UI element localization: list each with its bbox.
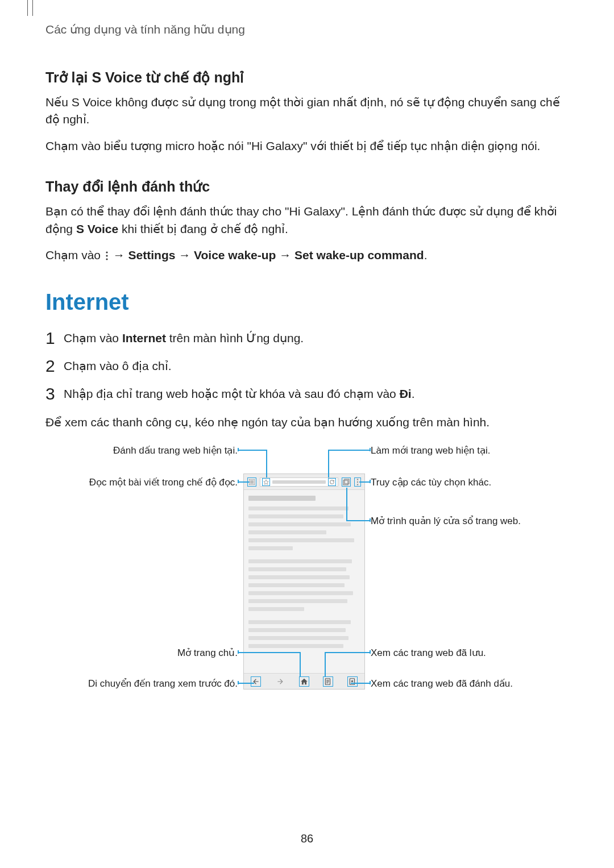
svg-point-10	[357, 481, 358, 483]
lead-line	[325, 652, 326, 677]
text: Chạm vào	[45, 248, 104, 261]
text: Nhập địa chỉ trang web hoặc một từ khóa …	[64, 387, 400, 400]
lead-line	[351, 683, 371, 684]
svg-rect-8	[345, 479, 349, 484]
lead-line	[238, 652, 300, 653]
text-bold: Internet	[122, 331, 166, 344]
browser-navbar	[244, 673, 364, 689]
text: .	[412, 387, 415, 400]
text-bold: Set wake-up command	[294, 248, 424, 261]
url-text-blur	[272, 480, 326, 484]
text-bold: Đi	[400, 387, 412, 400]
bookmark-star-icon	[262, 478, 270, 486]
text: Chạm vào	[64, 331, 122, 344]
saved-pages-icon	[323, 676, 333, 687]
lead-line	[325, 652, 371, 653]
lead-line	[300, 652, 301, 677]
svg-point-0	[106, 252, 107, 254]
lead-line	[238, 683, 254, 684]
text: →	[110, 248, 128, 261]
svg-point-2	[106, 259, 107, 260]
lead-line	[359, 481, 371, 483]
text: khi thiết bị đang ở chế độ nghỉ.	[118, 222, 288, 235]
heading-resume-svoice: Trở lại S Voice từ chế độ nghỉ	[45, 69, 569, 86]
more-options-icon	[105, 251, 109, 260]
text: →	[175, 248, 194, 261]
window-manager-icon	[342, 477, 351, 487]
callout-refresh: Làm mới trang web hiện tại.	[371, 445, 490, 456]
callout-more-options: Truy cập các tùy chọn khác.	[371, 476, 491, 488]
page-tab-mark	[27, 0, 33, 16]
lead-line	[346, 520, 371, 521]
svg-rect-7	[343, 480, 348, 485]
lead-line	[266, 450, 267, 477]
list-item: Chạm vào Internet trên màn hình Ứng dụng…	[45, 330, 569, 346]
callout-window-manager: Mở trình quản lý cửa sổ trang web.	[371, 515, 521, 527]
bookmarks-list-icon	[347, 676, 358, 687]
paragraph: Để xem các thanh công cụ, kéo nhẹ ngón t…	[45, 414, 569, 431]
paragraph: Bạn có thể thay đổi lệnh đánh thức thay …	[45, 203, 569, 238]
text-bold: S Voice	[76, 222, 118, 235]
text: →	[276, 248, 294, 261]
paragraph: Nếu S Voice không được sử dụng trong một…	[45, 94, 569, 128]
callout-bookmarks: Xem các trang web đã đánh dấu.	[371, 678, 513, 690]
forward-arrow-icon	[275, 676, 285, 687]
lead-line	[328, 450, 329, 477]
lead-line	[238, 481, 250, 483]
lead-line	[238, 450, 266, 451]
list-item: Nhập địa chỉ trang web hoặc một từ khóa …	[45, 385, 569, 402]
callout-open-home: Mở trang chủ.	[45, 647, 238, 659]
svg-point-9	[357, 479, 358, 480]
page-number: 86	[0, 832, 614, 845]
back-arrow-icon	[251, 676, 261, 687]
callout-reader-mode: Đọc một bài viết trong chế độ đọc.	[45, 476, 238, 488]
refresh-icon	[328, 478, 336, 486]
heading-internet: Internet	[45, 289, 569, 315]
text: .	[424, 248, 428, 261]
list-item: Chạm vào ô địa chỉ.	[45, 358, 569, 374]
browser-diagram: Đánh dấu trang web hiện tại. Đọc một bài…	[45, 442, 569, 715]
svg-point-11	[357, 484, 358, 485]
lead-line	[346, 488, 347, 520]
steps-list: Chạm vào Internet trên màn hình Ứng dụng…	[45, 330, 569, 402]
paragraph-nav-path: Chạm vào → Settings → Voice wake-up → Se…	[45, 247, 569, 264]
page-content-placeholder	[248, 496, 360, 670]
home-icon	[299, 676, 309, 687]
svg-point-1	[106, 255, 107, 257]
running-header: Các ứng dụng và tính năng hữu dụng	[45, 23, 569, 36]
callout-go-back: Di chuyển đến trang xem trước đó.	[45, 678, 238, 690]
heading-change-wake: Thay đổi lệnh đánh thức	[45, 178, 569, 195]
paragraph: Chạm vào biểu tượng micro hoặc nói "Hi G…	[45, 138, 569, 155]
text-bold: Settings	[128, 248, 176, 261]
text: Chạm vào ô địa chỉ.	[64, 359, 172, 372]
text: trên màn hình Ứng dụng.	[166, 331, 304, 344]
callout-bookmark-current: Đánh dấu trang web hiện tại.	[45, 445, 238, 456]
text-bold: Voice wake-up	[194, 248, 276, 261]
callout-saved-pages: Xem các trang web đã lưu.	[371, 647, 486, 659]
lead-line	[328, 450, 371, 451]
address-bar	[260, 477, 338, 487]
